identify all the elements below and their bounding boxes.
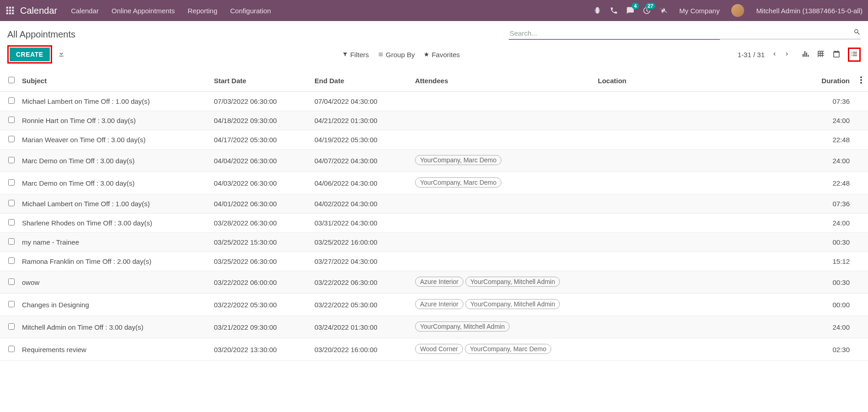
table-row[interactable]: Michael Lambert on Time Off : 1.00 day(s…	[0, 92, 868, 111]
cell-duration: 15:12	[644, 252, 854, 271]
cell-end: 04/19/2022 05:30:00	[311, 130, 411, 150]
row-checkbox[interactable]	[8, 278, 15, 285]
cell-subject: Sharlene Rhodes on Time Off : 3.00 day(s…	[18, 214, 210, 233]
nav-link-online-appointments[interactable]: Online Appointments	[112, 7, 175, 15]
cell-location	[594, 111, 644, 130]
row-checkbox[interactable]	[8, 136, 15, 142]
app-title[interactable]: Calendar	[20, 5, 57, 16]
cell-end: 07/04/2022 04:30:00	[311, 92, 411, 111]
cell-duration: 02:30	[644, 338, 854, 361]
user-menu[interactable]: Mitchell Admin (13887466-15-0-all)	[756, 7, 863, 15]
row-checkbox[interactable]	[8, 179, 15, 186]
row-checkbox[interactable]	[8, 238, 15, 245]
cell-start: 04/01/2022 06:30:00	[210, 194, 311, 214]
download-icon[interactable]	[58, 50, 65, 59]
table-row[interactable]: Marc Demo on Time Off : 3.00 day(s)04/04…	[0, 150, 868, 172]
table-row[interactable]: Sharlene Rhodes on Time Off : 3.00 day(s…	[0, 214, 868, 233]
search-input[interactable]	[509, 27, 861, 39]
cell-duration: 22:48	[644, 130, 854, 150]
col-header-location[interactable]: Location	[594, 70, 644, 92]
cell-subject: Michael Lambert on Time Off : 1.00 day(s…	[18, 92, 210, 111]
groupby-button[interactable]: Group By	[378, 51, 415, 59]
cell-start: 03/25/2022 06:30:00	[210, 252, 311, 271]
table-row[interactable]: Marc Demo on Time Off : 3.00 day(s)04/03…	[0, 172, 868, 194]
row-checkbox[interactable]	[8, 346, 15, 352]
attendee-tag[interactable]: YourCompany, Mitchell Admin	[465, 299, 560, 309]
table-row[interactable]: Ronnie Hart on Time Off : 3.00 day(s)04/…	[0, 111, 868, 130]
filters-label: Filters	[350, 51, 369, 59]
attendee-tag[interactable]: YourCompany, Mitchell Admin	[415, 321, 510, 332]
phone-icon[interactable]	[610, 6, 618, 15]
cell-start: 03/28/2022 06:30:00	[210, 214, 311, 233]
col-header-duration[interactable]: Duration	[644, 70, 854, 92]
view-pivot-icon[interactable]	[817, 50, 825, 59]
cell-duration: 24:00	[644, 316, 854, 338]
cell-location	[594, 150, 644, 172]
groupby-label: Group By	[386, 51, 415, 59]
attendee-tag[interactable]: YourCompany, Marc Demo	[465, 344, 551, 354]
attendee-tag[interactable]: YourCompany, Marc Demo	[415, 155, 501, 165]
cell-attendees	[411, 130, 594, 150]
apps-icon[interactable]	[5, 6, 15, 15]
cell-location	[594, 233, 644, 252]
table-row[interactable]: Requirements review03/20/2022 13:30:0003…	[0, 338, 868, 361]
company-selector[interactable]: My Company	[679, 7, 719, 15]
cell-duration: 24:00	[644, 111, 854, 130]
nav-link-configuration[interactable]: Configuration	[230, 7, 271, 15]
filters-button[interactable]: Filters	[342, 51, 369, 59]
attendee-tag[interactable]: Azure Interior	[415, 277, 463, 287]
col-header-subject[interactable]: Subject	[18, 70, 210, 92]
row-checkbox[interactable]	[8, 117, 15, 123]
view-graph-icon[interactable]	[801, 50, 809, 59]
attendee-tag[interactable]: YourCompany, Mitchell Admin	[465, 277, 560, 287]
row-checkbox[interactable]	[8, 257, 15, 264]
tools-icon[interactable]	[659, 6, 667, 15]
cell-end: 04/02/2022 04:30:00	[311, 194, 411, 214]
cell-end: 04/21/2022 01:30:00	[311, 111, 411, 130]
cell-end: 03/31/2022 04:30:00	[311, 214, 411, 233]
row-checkbox[interactable]	[8, 157, 15, 163]
nav-link-reporting[interactable]: Reporting	[187, 7, 217, 15]
cell-end: 03/22/2022 05:30:00	[311, 294, 411, 316]
col-header-end[interactable]: End Date	[311, 70, 411, 92]
cell-subject: Changes in Designing	[18, 294, 210, 316]
search-icon[interactable]	[853, 28, 861, 37]
nav-systray: 4 27 My Company Mitchell Admin (13887466…	[593, 4, 863, 17]
view-calendar-icon[interactable]	[832, 50, 841, 59]
table-row[interactable]: Mitchell Admin on Time Off : 3.00 day(s)…	[0, 316, 868, 338]
messages-icon[interactable]: 4	[626, 6, 634, 15]
cell-attendees: Azure InteriorYourCompany, Mitchell Admi…	[411, 271, 594, 294]
avatar[interactable]	[731, 4, 744, 17]
activities-icon[interactable]: 27	[643, 6, 651, 15]
pager-next-icon[interactable]	[784, 51, 790, 59]
col-header-start[interactable]: Start Date	[210, 70, 311, 92]
attendee-tag[interactable]: YourCompany, Marc Demo	[415, 177, 501, 187]
table-row[interactable]: Marian Weaver on Time Off : 3.00 day(s)0…	[0, 130, 868, 150]
table-row[interactable]: owow03/22/2022 06:00:0003/22/2022 06:30:…	[0, 271, 868, 294]
view-list-icon[interactable]	[850, 52, 858, 59]
attendee-tag[interactable]: Azure Interior	[415, 299, 463, 309]
col-header-attendees[interactable]: Attendees	[411, 70, 594, 92]
table-row[interactable]: Michael Lambert on Time Off : 1.00 day(s…	[0, 194, 868, 214]
cell-attendees	[411, 194, 594, 214]
cell-duration: 24:00	[644, 214, 854, 233]
pager-prev-icon[interactable]	[771, 51, 777, 59]
favorites-button[interactable]: Favorites	[424, 51, 460, 59]
table-row[interactable]: Changes in Designing03/22/2022 05:30:000…	[0, 294, 868, 316]
attendee-tag[interactable]: Wood Corner	[415, 344, 463, 354]
row-checkbox[interactable]	[8, 323, 15, 330]
column-options-icon[interactable]	[860, 77, 862, 85]
cell-attendees: YourCompany, Mitchell Admin	[411, 316, 594, 338]
create-button[interactable]: CREATE	[10, 48, 50, 61]
row-checkbox[interactable]	[8, 200, 15, 206]
row-checkbox[interactable]	[8, 219, 15, 225]
pager-text[interactable]: 1-31 / 31	[738, 51, 765, 59]
select-all-checkbox[interactable]	[8, 77, 15, 83]
row-checkbox[interactable]	[8, 97, 15, 104]
nav-link-calendar[interactable]: Calendar	[71, 7, 99, 15]
row-checkbox[interactable]	[8, 301, 15, 307]
table-row[interactable]: my name - Trainee03/25/2022 15:30:0003/2…	[0, 233, 868, 252]
table-row[interactable]: Ramona Franklin on Time Off : 2.00 day(s…	[0, 252, 868, 271]
svg-rect-4	[9, 10, 11, 11]
debug-icon[interactable]	[593, 6, 602, 15]
